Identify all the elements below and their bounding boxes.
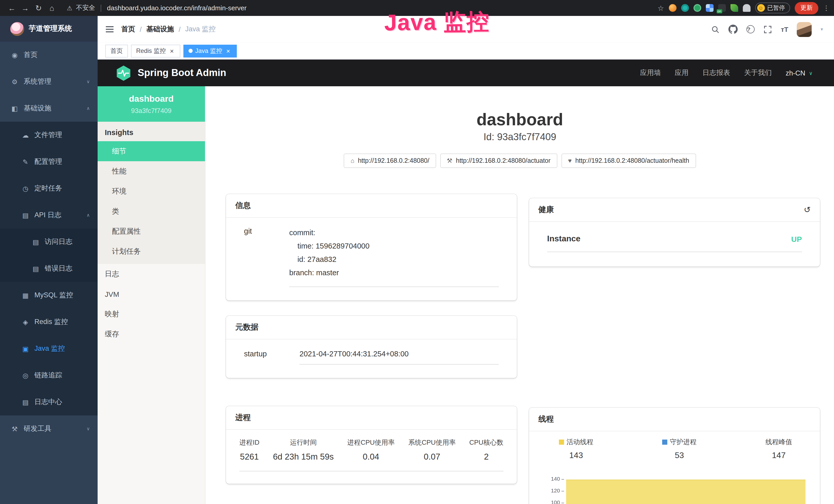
sidebar-item-label: 基础设施 (24, 104, 51, 113)
sba-item-caches[interactable]: 缓存 (97, 324, 205, 344)
metric-process-cpu: 进程CPU使用率 0.04 (347, 438, 395, 462)
sba-locale-select[interactable]: zh-CN ∨ (786, 69, 813, 77)
github-icon[interactable] (728, 25, 738, 34)
security-warning-label[interactable]: 不安全 (76, 4, 95, 12)
extension-icon-5[interactable]: on (718, 4, 726, 12)
sidebar-item-system[interactable]: ⚙ 系统管理 ∨ (0, 68, 97, 95)
sidebar-item-redis-monitor[interactable]: ◈ Redis 监控 (0, 308, 97, 335)
health-url-button[interactable]: ♥ http://192.168.0.2:48080/actuator/heal… (561, 154, 696, 168)
extension-icon-1[interactable] (668, 4, 676, 12)
breadcrumb: 首页 / 基础设施 / Java 监控 (121, 25, 216, 34)
sba-item-config-props[interactable]: 配置属性 (97, 221, 205, 241)
chrome-update-button[interactable]: 更新 (795, 2, 818, 14)
chevron-up-icon: ∧ (87, 106, 90, 111)
github-icon-svg (728, 25, 738, 34)
sidebar-item-tracing[interactable]: ◎ 链路追踪 (0, 362, 97, 389)
sba-brand-title[interactable]: Spring Boot Admin (138, 67, 226, 78)
sidebar-item-infra[interactable]: ◧ 基础设施 ∧ (0, 95, 97, 122)
sba-item-mappings[interactable]: 映射 (97, 304, 205, 324)
database-icon: ▦ (22, 292, 29, 299)
sidebar-item-log-center[interactable]: ▤ 日志中心 (0, 389, 97, 415)
extension-icon-7[interactable] (743, 4, 750, 12)
hamburger-bar (106, 31, 113, 32)
user-avatar[interactable] (797, 22, 812, 37)
history-icon[interactable]: ↺ (804, 205, 811, 215)
metric-system-cpu: 系统CPU使用率 0.07 (408, 438, 456, 462)
breadcrumb-infra[interactable]: 基础设施 (147, 25, 174, 34)
metric-value: 0.07 (408, 452, 456, 462)
tab-label: 首页 (110, 46, 123, 55)
bookmark-star-icon[interactable]: ☆ (658, 4, 664, 12)
sba-nav-about[interactable]: 关于我们 (744, 68, 772, 77)
avatar-caret-icon[interactable]: ▾ (821, 27, 823, 32)
extension-icon-6[interactable] (730, 4, 738, 12)
sidebar-item-error-log[interactable]: ▤ 错误日志 (0, 255, 97, 282)
sidebar-item-api-log[interactable]: ▤ API 日志 ∧ (0, 202, 97, 229)
sba-nav-applications[interactable]: 应用 (675, 68, 688, 77)
sba-instance-block[interactable]: dashboard 93a3fc7f7409 (97, 86, 205, 122)
profile-paused-badge[interactable]: ☺ 已暂停 (755, 3, 790, 13)
actuator-url-button[interactable]: ⚒ http://192.168.0.2:48080/actuator (440, 154, 557, 168)
text-size-icon[interactable]: тT (781, 25, 788, 33)
sba-nav-wallboard[interactable]: 应用墙 (640, 68, 661, 77)
legend-label: 线程峰值 (765, 437, 792, 447)
tab-redis-monitor[interactable]: Redis 监控 × (131, 44, 180, 57)
legend-swatch-blue (662, 439, 667, 445)
info-value: commit: time: 1596289704000 id: 27aa832 … (289, 226, 499, 287)
sba-insights-group: Insights 细节 性能 环境 类 配置属性 计划任务 (97, 122, 205, 264)
close-icon[interactable]: × (169, 47, 175, 55)
sba-item-environment[interactable]: 环境 (97, 181, 205, 201)
metadata-card-body: startup 2021-04-27T00:44:31.254+08:00 (226, 339, 517, 378)
home-icon: ⌂ (351, 157, 354, 164)
sba-nav: 应用墙 应用 日志报表 关于我们 zh-CN ∨ (640, 68, 813, 77)
fullscreen-icon-svg (763, 25, 772, 33)
sidebar-toggle-button[interactable] (97, 16, 118, 43)
sidebar-item-mysql-monitor[interactable]: ▦ MySQL 监控 (0, 282, 97, 308)
browser-back-icon[interactable]: ← (5, 4, 19, 12)
extension-icon-3[interactable] (693, 4, 701, 12)
search-icon[interactable] (711, 25, 720, 33)
sidebar-item-dev-tools[interactable]: ⚒ 研发工具 ∨ (0, 415, 97, 442)
sidebar-item-scheduled-jobs[interactable]: ◷ 定时任务 (0, 175, 97, 202)
browser-forward-icon[interactable]: → (19, 4, 32, 12)
card-title: 进程 (226, 406, 517, 430)
breadcrumb-home[interactable]: 首页 (121, 25, 135, 34)
sba-item-jvm[interactable]: JVM (97, 284, 205, 304)
sba-item-details[interactable]: 细节 (97, 141, 205, 161)
extension-icon-2[interactable] (681, 4, 688, 12)
service-url-button[interactable]: ⌂ http://192.168.0.2:48080/ (344, 154, 436, 168)
sba-item-loggers[interactable]: 日志 (97, 264, 205, 284)
sidebar-item-config-manage[interactable]: ✎ 配置管理 (0, 148, 97, 175)
sba-item-metrics[interactable]: 性能 (97, 161, 205, 181)
tab-java-monitor[interactable]: Java 监控 × (183, 44, 237, 57)
browser-home-icon[interactable]: ⌂ (45, 4, 59, 12)
info-line: branch: master (289, 266, 499, 279)
sidebar-item-label: 访问日志 (45, 237, 72, 247)
metric-label: CPU核心数 (469, 438, 503, 447)
browser-reload-icon[interactable]: ↻ (32, 3, 45, 13)
app-logo[interactable]: 芋道管理系统 (0, 16, 97, 42)
tab-home[interactable]: 首页 (105, 44, 128, 57)
close-icon[interactable]: × (225, 47, 232, 55)
active-tab-dot (189, 49, 193, 53)
sidebar-item-file-manage[interactable]: ☁ 文件管理 (0, 122, 97, 148)
metric-label: 进程ID (239, 438, 259, 447)
cards-grid: 信息 git commit: time: 1596289704000 id: 2… (226, 194, 820, 504)
sba-item-classes[interactable]: 类 (97, 201, 205, 221)
sba-nav-journal[interactable]: 日志报表 (702, 68, 730, 77)
help-icon[interactable]: ? (746, 25, 755, 33)
chevron-down-icon: ∨ (809, 70, 813, 76)
metadata-value: 2021-04-27T00:44:31.254+08:00 (300, 350, 499, 365)
chrome-menu-icon[interactable]: ⋮ (823, 4, 829, 12)
address-bar[interactable]: ⚠ 不安全 dashboard.yudao.iocoder.cn/infra/a… (67, 4, 247, 12)
address-url[interactable]: dashboard.yudao.iocoder.cn/infra/admin-s… (107, 4, 247, 12)
cloud-icon: ☁ (22, 131, 29, 139)
sidebar-item-home[interactable]: ◉ 首页 (0, 42, 97, 68)
card-title: 线程 (529, 408, 820, 431)
extension-icon-4[interactable] (706, 4, 713, 12)
fullscreen-icon[interactable] (763, 25, 772, 33)
sba-item-scheduled-tasks[interactable]: 计划任务 (97, 241, 205, 261)
card-title: 健康 (539, 205, 554, 215)
sidebar-item-access-log[interactable]: ▤ 访问日志 (0, 229, 97, 255)
sidebar-item-java-monitor[interactable]: ▣ Java 监控 (0, 335, 97, 362)
